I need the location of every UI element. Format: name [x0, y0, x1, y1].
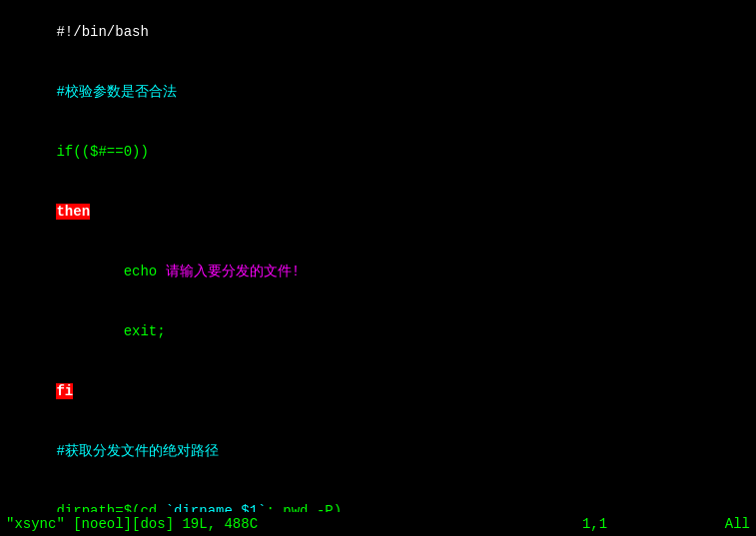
line-4: then: [6, 182, 750, 242]
line-2: #校验参数是否合法: [6, 62, 750, 122]
position-status: 1,1 All: [582, 514, 750, 534]
line-5: echo 请输入要分发的文件!: [6, 242, 750, 301]
code-area: #!/bin/bash #校验参数是否合法 if(($#==0)) then e…: [0, 0, 756, 512]
line-3: if(($#==0)): [6, 122, 750, 182]
line-1: #!/bin/bash: [6, 2, 750, 62]
line-6: exit;: [6, 301, 750, 361]
line-9: dirpath=$(cd `dirname $1`; pwd -P): [6, 481, 750, 512]
line-8: #获取分发文件的绝对路径: [6, 421, 750, 481]
status-bar: "xsync" [noeol][dos] 19L, 488C 1,1 All: [0, 512, 756, 536]
line-7: fi: [6, 361, 750, 421]
filename-status: "xsync" [noeol][dos] 19L, 488C: [6, 514, 258, 534]
editor: #!/bin/bash #校验参数是否合法 if(($#==0)) then e…: [0, 0, 756, 536]
